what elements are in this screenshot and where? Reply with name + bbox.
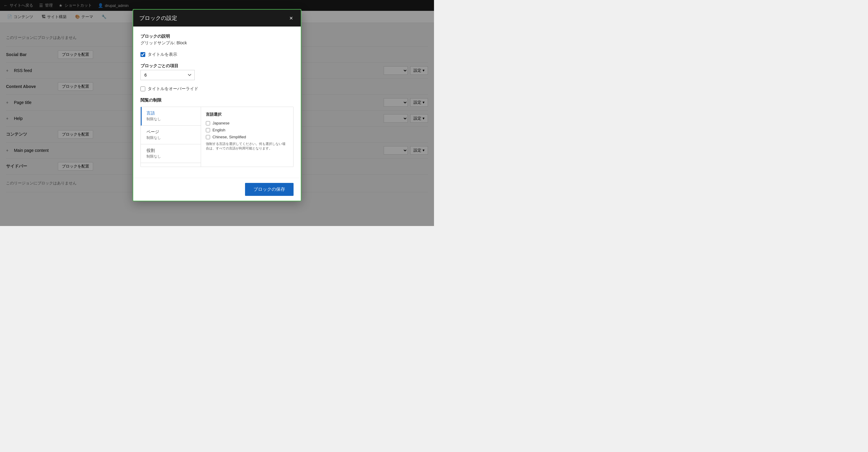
tab-page-name: ページ — [147, 129, 196, 135]
items-per-block-select[interactable]: 6 3 9 12 — [141, 70, 195, 80]
tab-role-name: 役割 — [147, 148, 196, 153]
lang-english-row: English — [206, 128, 288, 132]
lang-chinese-checkbox[interactable] — [206, 135, 210, 139]
visibility-section: 閲覧の制限 言語 制限なし ページ 制限なし 役割 — [141, 98, 293, 167]
lang-note: 強制する言語を選択してください。何も選択しない場合は、すべての言語が利用可能とな… — [206, 141, 288, 151]
visibility-panel: 言語 制限なし ページ 制限なし 役割 制限なし — [141, 107, 293, 167]
tab-role[interactable]: 役割 制限なし — [141, 144, 201, 163]
tab-language-sub: 制限なし — [147, 117, 196, 122]
description-label: ブロックの説明 — [141, 34, 293, 39]
items-per-block-label: ブロックごとの項目 — [141, 63, 293, 69]
lang-chinese-row: Chinese, Simplified — [206, 135, 288, 139]
modal-body: ブロックの説明 グリッドサンプル: Block タイトルを表示 ブロックごとの項… — [133, 27, 301, 178]
block-settings-modal: ブロックの設定 × ブロックの説明 グリッドサンプル: Block タイトルを表… — [133, 9, 301, 201]
lang-japanese-row: Japanese — [206, 121, 288, 125]
modal-overlay: ブロックの設定 × ブロックの説明 グリッドサンプル: Block タイトルを表… — [0, 0, 434, 226]
tab-language[interactable]: 言語 制限なし — [141, 107, 201, 126]
visibility-label: 閲覧の制限 — [141, 98, 293, 103]
tab-language-name: 言語 — [147, 110, 196, 116]
tab-page-sub: 制限なし — [147, 135, 196, 140]
override-title-checkbox[interactable] — [141, 87, 145, 91]
lang-chinese-label: Chinese, Simplified — [213, 135, 246, 139]
show-title-label: タイトルを表示 — [148, 52, 177, 57]
override-title-row: タイトルをオーバーライド — [141, 86, 293, 92]
show-title-checkbox[interactable] — [141, 52, 145, 57]
override-title-label: タイトルをオーバーライド — [148, 86, 198, 92]
modal-header: ブロックの設定 × — [133, 10, 301, 27]
modal-close-button[interactable]: × — [287, 14, 295, 22]
lang-japanese-checkbox[interactable] — [206, 121, 210, 125]
modal-footer: ブロックの保存 — [133, 178, 301, 201]
save-block-button[interactable]: ブロックの保存 — [245, 183, 293, 196]
tab-role-sub: 制限なし — [147, 154, 196, 159]
modal-title: ブロックの設定 — [139, 14, 177, 22]
lang-english-label: English — [213, 128, 225, 132]
visibility-content: 言語選択 Japanese English Chinese, Simplifie… — [201, 107, 293, 167]
block-description-section: ブロックの説明 グリッドサンプル: Block — [141, 34, 293, 46]
lang-selection-title: 言語選択 — [206, 112, 288, 117]
show-title-row: タイトルを表示 — [141, 52, 293, 57]
tab-page[interactable]: ページ 制限なし — [141, 126, 201, 144]
lang-english-checkbox[interactable] — [206, 128, 210, 132]
items-per-block-section: ブロックごとの項目 6 3 9 12 — [141, 63, 293, 80]
lang-japanese-label: Japanese — [213, 121, 229, 125]
description-value: グリッドサンプル: Block — [141, 40, 293, 46]
visibility-tabs: 言語 制限なし ページ 制限なし 役割 制限なし — [141, 107, 201, 167]
